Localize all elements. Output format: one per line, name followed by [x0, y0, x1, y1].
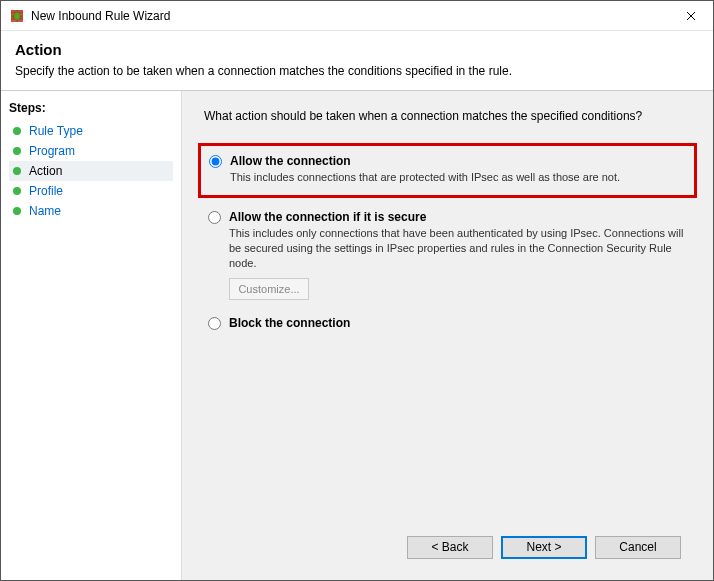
radio-block[interactable]: [208, 317, 221, 330]
page-subtitle: Specify the action to be taken when a co…: [15, 64, 699, 78]
radio-allow[interactable]: [209, 155, 222, 168]
step-label: Action: [29, 164, 62, 178]
titlebar: New Inbound Rule Wizard: [1, 1, 713, 31]
step-rule-type[interactable]: Rule Type: [9, 121, 173, 141]
radio-allow-secure[interactable]: [208, 211, 221, 224]
prompt-text: What action should be taken when a conne…: [204, 109, 695, 123]
step-program[interactable]: Program: [9, 141, 173, 161]
next-button[interactable]: Next >: [501, 536, 587, 559]
bullet-icon: [13, 147, 21, 155]
step-label: Rule Type: [29, 124, 83, 138]
step-profile[interactable]: Profile: [9, 181, 173, 201]
option-block: Block the connection: [204, 316, 695, 332]
bullet-icon: [13, 207, 21, 215]
step-label: Name: [29, 204, 61, 218]
firewall-icon: [9, 8, 25, 24]
step-action[interactable]: Action: [9, 161, 173, 181]
back-button[interactable]: < Back: [407, 536, 493, 559]
steps-title: Steps:: [9, 101, 173, 115]
option-title: Allow the connection: [230, 154, 684, 168]
wizard-body: Steps: Rule Type Program Action Profile …: [1, 91, 713, 580]
option-title: Allow the connection if it is secure: [229, 210, 695, 224]
wizard-footer: < Back Next > Cancel: [204, 524, 695, 570]
option-desc: This includes only connections that have…: [229, 226, 695, 271]
step-name[interactable]: Name: [9, 201, 173, 221]
steps-sidebar: Steps: Rule Type Program Action Profile …: [1, 91, 181, 580]
step-label: Profile: [29, 184, 63, 198]
main-pane: What action should be taken when a conne…: [181, 91, 713, 580]
close-button[interactable]: [668, 1, 713, 31]
customize-button: Customize...: [229, 278, 309, 300]
bullet-icon: [13, 187, 21, 195]
option-allow: Allow the connection This includes conne…: [198, 143, 697, 198]
page-title: Action: [15, 41, 699, 58]
wizard-window: New Inbound Rule Wizard Action Specify t…: [0, 0, 714, 581]
bullet-icon: [13, 167, 21, 175]
cancel-button[interactable]: Cancel: [595, 536, 681, 559]
option-title: Block the connection: [229, 316, 695, 330]
options-group: Allow the connection This includes conne…: [204, 143, 695, 524]
option-allow-secure: Allow the connection if it is secure Thi…: [204, 210, 695, 301]
bullet-icon: [13, 127, 21, 135]
step-label: Program: [29, 144, 75, 158]
option-desc: This includes connections that are prote…: [230, 170, 684, 185]
window-title: New Inbound Rule Wizard: [31, 9, 668, 23]
wizard-header: Action Specify the action to be taken wh…: [1, 31, 713, 90]
